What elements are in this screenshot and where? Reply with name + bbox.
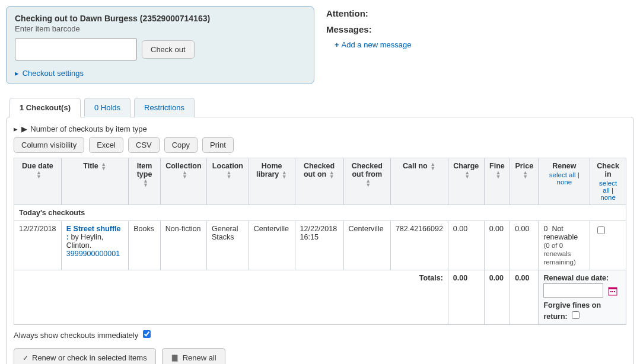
csv-button[interactable]: CSV xyxy=(128,137,160,153)
cell-title: E Street shuffle : by Heylin, Clinton. 3… xyxy=(61,221,128,270)
checkin-none[interactable]: none xyxy=(600,194,616,201)
copy-button[interactable]: Copy xyxy=(164,137,198,153)
svg-rect-3 xyxy=(612,291,613,292)
checkout-button[interactable]: Check out xyxy=(142,40,195,59)
table-toolbar: Column visibility Excel CSV Copy Print xyxy=(14,137,626,153)
sort-icon: ▲▼ xyxy=(143,179,149,187)
table-row: 12/27/2018 E Street shuffle : by Heylin,… xyxy=(14,221,626,270)
sort-icon: ▲▼ xyxy=(36,171,42,179)
cell-location: General Stacks xyxy=(206,221,249,270)
always-show-label: Always show checkouts immediately xyxy=(14,331,138,340)
cell-renew: 0 Not renewable (0 of 0 renewals remaini… xyxy=(539,221,590,270)
renew-all-button[interactable]: Renew all xyxy=(162,348,225,364)
col-checkin: Check in select all | none xyxy=(590,158,626,205)
sort-icon: ▲▼ xyxy=(495,171,501,179)
messages-heading: Messages: xyxy=(326,24,634,34)
itemtype-summary-toggle[interactable]: ▸ ▶ Number of checkouts by item type xyxy=(14,124,626,133)
cell-due: 12/27/2018 xyxy=(14,221,62,270)
cell-outfrom: Centerville xyxy=(343,221,390,270)
col-due[interactable]: Due date▲▼ xyxy=(14,158,62,205)
barcode-link[interactable]: 3999900000001 xyxy=(66,250,120,258)
svg-rect-4 xyxy=(614,291,615,292)
col-itemtype[interactable]: Item type▲▼ xyxy=(129,158,161,205)
sort-icon: ▲▼ xyxy=(365,179,371,187)
checkouts-table: Due date▲▼ Title▲▼ Item type▲▼ Collectio… xyxy=(14,158,626,325)
col-price[interactable]: Price▲▼ xyxy=(510,158,539,205)
forgive-checkbox[interactable] xyxy=(572,311,579,319)
renewal-box: Renewal due date: Forgive fines on retur… xyxy=(539,270,626,325)
sort-icon: ▲▼ xyxy=(182,171,187,179)
plus-icon: + xyxy=(335,40,339,49)
always-show-checkbox[interactable] xyxy=(143,330,151,338)
play-icon: ▶ xyxy=(21,124,27,133)
cell-itemtype: Books xyxy=(129,221,161,270)
tab-restrictions[interactable]: Restrictions xyxy=(134,98,195,117)
checkout-title: Checking out to Dawn Burgess (2352900071… xyxy=(15,14,305,23)
add-message-link[interactable]: +Add a new message xyxy=(335,40,411,49)
renew-none[interactable]: none xyxy=(557,178,572,186)
svg-rect-2 xyxy=(610,291,612,292)
sort-icon: ▲▼ xyxy=(101,162,107,171)
tab-checkouts[interactable]: 1 Checkout(s) xyxy=(9,98,81,117)
caret-right-icon: ▸ xyxy=(14,124,18,133)
cell-callno: 782.42166092 xyxy=(390,221,448,270)
excel-button[interactable]: Excel xyxy=(89,137,123,153)
checkout-panel: Checking out to Dawn Burgess (2352900071… xyxy=(6,6,314,84)
totals-price: 0.00 xyxy=(510,270,539,325)
cell-price: 0.00 xyxy=(510,221,539,270)
checkin-checkbox[interactable] xyxy=(597,226,605,234)
sort-icon: ▲▼ xyxy=(226,171,232,179)
always-show-row: Always show checkouts immediately xyxy=(14,328,626,340)
renew-selected-button[interactable]: Renew or check in selected items xyxy=(14,348,156,364)
attention-heading: Attention: xyxy=(326,8,634,18)
renewal-due-label: Renewal due date: xyxy=(543,274,621,282)
print-button[interactable]: Print xyxy=(202,137,234,153)
col-charge[interactable]: Charge▲▼ xyxy=(448,158,484,205)
tabs: 1 Checkout(s) 0 Holds Restrictions xyxy=(6,97,634,117)
barcode-label: Enter item barcode xyxy=(15,24,305,33)
colvis-button[interactable]: Column visibility xyxy=(14,137,84,153)
col-callno[interactable]: Call no▲▼ xyxy=(390,158,448,205)
svg-rect-1 xyxy=(609,288,617,289)
calendar-icon[interactable] xyxy=(608,286,617,296)
caret-right-icon: ▸ xyxy=(15,69,19,78)
cell-collection: Non-fiction xyxy=(160,221,206,270)
col-collection[interactable]: Collection▲▼ xyxy=(160,158,206,205)
totals-fine: 0.00 xyxy=(484,270,510,325)
checkin-select-all[interactable]: select all xyxy=(599,180,617,194)
cell-checkin xyxy=(590,221,626,270)
sort-icon: ▲▼ xyxy=(281,171,287,179)
col-fine[interactable]: Fine▲▼ xyxy=(484,158,510,205)
cell-home: Centerville xyxy=(249,221,295,270)
sort-icon: ▲▼ xyxy=(329,171,335,179)
section-today: Today's checkouts xyxy=(14,205,626,221)
cell-charge: 0.00 xyxy=(448,221,484,270)
col-title[interactable]: Title▲▼ xyxy=(61,158,128,205)
totals-charge: 0.00 xyxy=(448,270,484,325)
book-icon xyxy=(171,353,183,362)
col-outfrom[interactable]: Checked out from▲▼ xyxy=(343,158,390,205)
col-outon[interactable]: Checked out on▲▼ xyxy=(295,158,343,205)
barcode-input[interactable] xyxy=(15,38,137,60)
check-icon xyxy=(23,353,32,362)
sort-icon: ▲▼ xyxy=(523,171,528,179)
messages-section: Attention: Messages: +Add a new message xyxy=(326,6,634,49)
col-renew: Renew select all | none xyxy=(539,158,590,205)
cell-outon: 12/22/2018 16:15 xyxy=(295,221,343,270)
renew-select-all[interactable]: select all xyxy=(549,171,576,178)
tab-holds[interactable]: 0 Holds xyxy=(84,98,130,117)
sort-icon: ▲▼ xyxy=(464,171,470,179)
totals-label: Totals: xyxy=(14,270,448,325)
sort-icon: ▲▼ xyxy=(430,162,436,171)
col-home[interactable]: Home library▲▼ xyxy=(249,158,295,205)
col-location[interactable]: Location▲▼ xyxy=(206,158,249,205)
checkout-settings-toggle[interactable]: ▸ Checkout settings xyxy=(15,69,305,78)
renewal-due-input[interactable] xyxy=(543,283,603,298)
tab-body: ▸ ▶ Number of checkouts by item type Col… xyxy=(6,117,634,364)
totals-row: Totals: 0.00 0.00 0.00 Renewal due date: xyxy=(14,270,626,325)
cell-fine: 0.00 xyxy=(484,221,510,270)
